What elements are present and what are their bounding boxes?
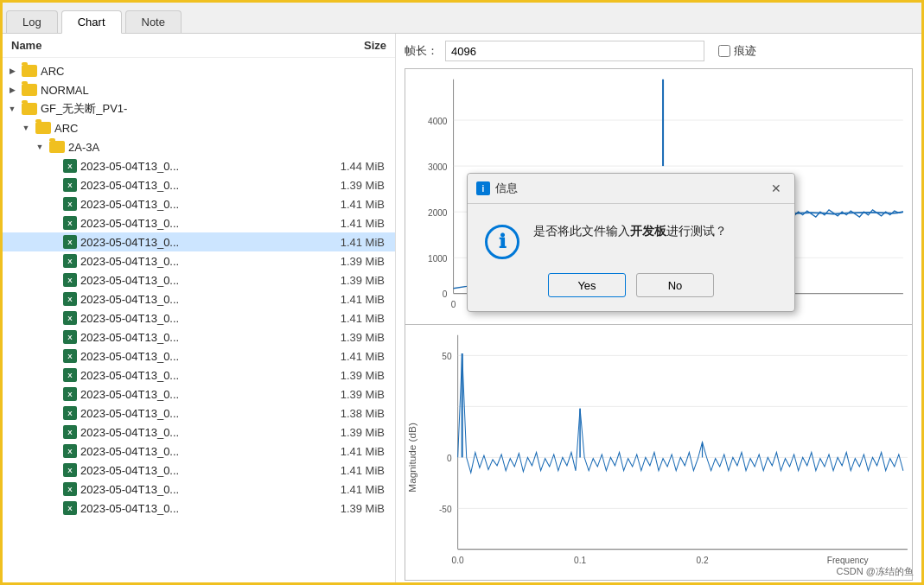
trace-checkbox[interactable] xyxy=(718,45,730,57)
excel-icon: X xyxy=(63,463,77,477)
svg-text:1000: 1000 xyxy=(428,252,447,264)
tree-item-label: 2023-05-04T13_0... xyxy=(80,236,340,249)
folder-icon xyxy=(22,103,37,115)
svg-text:0: 0 xyxy=(447,452,452,463)
tree-item-label: 2023-05-04T13_0... xyxy=(80,502,340,515)
tree-item-f8[interactable]: X2023-05-04T13_0...1.41 MiB xyxy=(3,289,395,308)
folder-chevron-icon[interactable]: ▼ xyxy=(34,141,46,153)
excel-icon: X xyxy=(63,178,77,192)
tab-bar: Log Chart Note xyxy=(3,3,921,34)
svg-text:0.2: 0.2 xyxy=(697,554,709,565)
tree-item-label: GF_无关断_PV1- xyxy=(41,101,392,117)
tree-item-gf-folder[interactable]: ▼GF_无关断_PV1- xyxy=(3,99,395,118)
tree-item-size: 1.39 MiB xyxy=(340,369,392,382)
dialog-info-icon: ℹ xyxy=(485,225,519,259)
tree-item-size: 1.41 MiB xyxy=(340,483,392,496)
tree-item-label: 2023-05-04T13_0... xyxy=(80,388,340,401)
frame-input[interactable] xyxy=(445,41,704,61)
tree-item-f12[interactable]: X2023-05-04T13_0...1.39 MiB xyxy=(3,366,395,385)
excel-icon: X xyxy=(63,311,77,325)
excel-icon: X xyxy=(63,216,77,230)
dialog-buttons: Yes No xyxy=(468,273,794,311)
tree-item-f13[interactable]: X2023-05-04T13_0...1.39 MiB xyxy=(3,385,395,404)
svg-text:3000: 3000 xyxy=(428,161,447,172)
frame-label: 帧长： xyxy=(405,43,438,59)
svg-text:0.0: 0.0 xyxy=(452,554,464,565)
tree-item-f2[interactable]: X2023-05-04T13_0...1.39 MiB xyxy=(3,175,395,194)
tree-item-label: NORMAL xyxy=(41,84,392,97)
bottom-chart: 50 0 -50 Magnitude (dB) 0.0 0.1 0.2 Freq… xyxy=(405,325,913,581)
tab-log[interactable]: Log xyxy=(6,10,58,33)
tree-item-size: 1.39 MiB xyxy=(340,179,392,192)
tree-item-f4[interactable]: X2023-05-04T13_0...1.41 MiB xyxy=(3,213,395,232)
tree-item-f9[interactable]: X2023-05-04T13_0...1.41 MiB xyxy=(3,308,395,327)
excel-icon: X xyxy=(63,235,77,249)
folder-chevron-icon[interactable]: ▶ xyxy=(6,84,18,96)
tree-item-f18[interactable]: X2023-05-04T13_0...1.41 MiB xyxy=(3,480,395,499)
svg-rect-16 xyxy=(405,325,912,580)
dialog-yes-button[interactable]: Yes xyxy=(548,273,626,297)
charts-container: 4000 3000 2000 1000 0 0 50000 100000 xyxy=(405,68,913,581)
tree-item-size: 1.39 MiB xyxy=(340,426,392,439)
excel-icon: X xyxy=(63,254,77,268)
tree-item-f19[interactable]: X2023-05-04T13_0...1.39 MiB xyxy=(3,499,395,518)
tree-item-size: 1.38 MiB xyxy=(340,407,392,420)
folder-icon xyxy=(22,84,37,96)
dialog-title-bar: i 信息 ✕ xyxy=(468,174,794,204)
excel-icon: X xyxy=(63,273,77,287)
tree-item-f17[interactable]: X2023-05-04T13_0...1.41 MiB xyxy=(3,461,395,480)
svg-text:0: 0 xyxy=(443,289,448,300)
tree-item-label: 2023-05-04T13_0... xyxy=(80,331,340,344)
folder-chevron-icon[interactable]: ▼ xyxy=(20,122,32,134)
tree-item-f6[interactable]: X2023-05-04T13_0...1.39 MiB xyxy=(3,251,395,270)
svg-text:0: 0 xyxy=(451,298,456,309)
tree-item-size: 1.41 MiB xyxy=(340,350,392,363)
tree-item-size: 1.41 MiB xyxy=(340,293,392,306)
tree-item-2a-3a[interactable]: ▼2A-3A xyxy=(3,137,395,156)
dialog-title-left: i 信息 xyxy=(476,181,518,196)
excel-icon: X xyxy=(63,159,77,173)
tree-item-size: 1.39 MiB xyxy=(340,388,392,401)
svg-text:50: 50 xyxy=(442,350,451,361)
tree-item-label: ARC xyxy=(54,122,392,135)
tree-item-arc-sub[interactable]: ▼ARC xyxy=(3,118,395,137)
tree-item-label: ARC xyxy=(41,65,392,78)
tree-item-f7[interactable]: X2023-05-04T13_0...1.39 MiB xyxy=(3,270,395,289)
tree-item-size: 1.39 MiB xyxy=(340,255,392,268)
tree-item-size: 1.41 MiB xyxy=(340,445,392,458)
freq-domain-chart: 50 0 -50 Magnitude (dB) 0.0 0.1 0.2 Freq… xyxy=(405,325,912,580)
folder-icon xyxy=(22,65,37,77)
tab-note[interactable]: Note xyxy=(125,10,182,33)
tree-item-f1[interactable]: X2023-05-04T13_0...1.44 MiB xyxy=(3,156,395,175)
tree-item-f10[interactable]: X2023-05-04T13_0...1.39 MiB xyxy=(3,327,395,347)
tree-item-f16[interactable]: X2023-05-04T13_0...1.41 MiB xyxy=(3,442,395,461)
dialog-no-button[interactable]: No xyxy=(636,273,714,297)
dialog-title-text: 信息 xyxy=(495,181,518,196)
tree-item-size: 1.41 MiB xyxy=(340,217,392,230)
excel-icon: X xyxy=(63,482,77,496)
file-tree[interactable]: ▶ARC▶NORMAL▼GF_无关断_PV1-▼ARC▼2A-3AX2023-0… xyxy=(3,58,395,585)
excel-icon: X xyxy=(63,197,77,211)
tree-item-label: 2023-05-04T13_0... xyxy=(80,350,340,363)
folder-chevron-icon[interactable]: ▼ xyxy=(6,103,18,115)
tree-item-f3[interactable]: X2023-05-04T13_0...1.41 MiB xyxy=(3,194,395,213)
tree-item-label: 2023-05-04T13_0... xyxy=(80,217,340,230)
tree-item-arc-root[interactable]: ▶ARC xyxy=(3,61,395,80)
tree-item-f11[interactable]: X2023-05-04T13_0...1.41 MiB xyxy=(3,347,395,366)
frame-bar: 帧长： 痕迹 xyxy=(405,41,913,61)
tree-item-f15[interactable]: X2023-05-04T13_0...1.39 MiB xyxy=(3,423,395,442)
tree-item-label: 2023-05-04T13_0... xyxy=(80,426,340,439)
tab-chart[interactable]: Chart xyxy=(61,10,122,34)
tree-item-label: 2023-05-04T13_0... xyxy=(80,312,340,325)
watermark: CSDN @冻结的鱼 xyxy=(837,565,914,578)
folder-chevron-icon[interactable]: ▶ xyxy=(6,65,18,77)
tree-item-f5[interactable]: X2023-05-04T13_0...1.41 MiB xyxy=(3,232,395,251)
dialog-message: 是否将此文件输入开发板进行测试？ xyxy=(533,221,777,240)
svg-text:4000: 4000 xyxy=(428,115,447,126)
dialog-close-button[interactable]: ✕ xyxy=(767,179,786,198)
svg-text:-50: -50 xyxy=(439,503,452,514)
tree-item-normal-root[interactable]: ▶NORMAL xyxy=(3,80,395,99)
tree-item-f14[interactable]: X2023-05-04T13_0...1.38 MiB xyxy=(3,404,395,423)
tree-item-label: 2023-05-04T13_0... xyxy=(80,445,340,458)
excel-icon: X xyxy=(63,292,77,306)
